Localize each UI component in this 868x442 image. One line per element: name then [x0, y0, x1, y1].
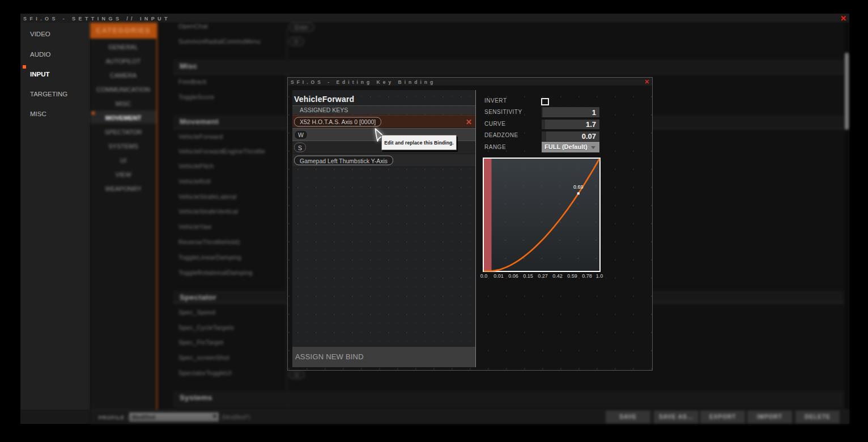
svg-text:0.69: 0.69 — [573, 184, 584, 190]
